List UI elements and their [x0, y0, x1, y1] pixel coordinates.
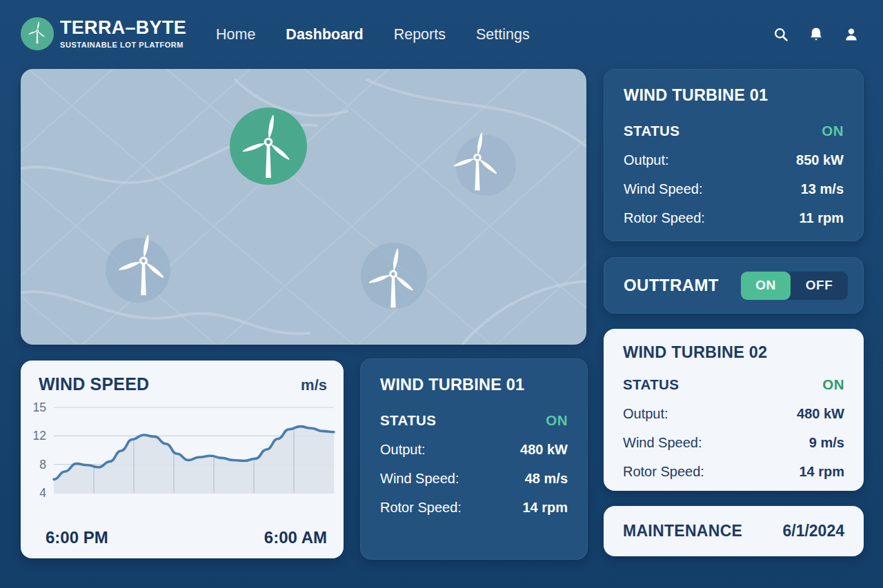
- wind-speed-title: WIND SPEED: [39, 374, 149, 394]
- app-header: TERRA–BYTE SUSTAINABLE LOT PLATFORM Home…: [0, 0, 883, 69]
- wind-speed-card: WIND SPEED m/s 151284 6:00 PM 6:00 AM: [21, 361, 344, 558]
- user-account-icon[interactable]: [843, 26, 860, 43]
- time-end-label: 6:00 AM: [264, 528, 327, 547]
- status-value: ON: [546, 412, 568, 429]
- power-toggle[interactable]: ON OFF: [741, 272, 848, 300]
- nav-item-dashboard[interactable]: Dashboard: [286, 26, 363, 43]
- svg-text:15: 15: [33, 401, 46, 414]
- map-canvas: [21, 69, 586, 345]
- turbine-marker[interactable]: [106, 234, 170, 303]
- maintenance-card: MAINTENANCE 6/1/2024: [604, 506, 864, 556]
- wind-speed-unit: m/s: [301, 376, 327, 394]
- main-nav: Home Dashboard Reports Settings: [216, 0, 530, 69]
- status-value: ON: [822, 376, 844, 393]
- toggle-on-button[interactable]: ON: [741, 272, 791, 300]
- card-title: WIND TURBINE 02: [623, 343, 844, 362]
- status-label: STATUS: [623, 376, 679, 393]
- brand-tagline: SUSTAINABLE LOT PLATFORM: [60, 41, 186, 49]
- turbine-map[interactable]: [21, 69, 586, 345]
- stat-row-wind-speed: Wind Speed: 9 m/s: [623, 435, 844, 451]
- nav-item-home[interactable]: Home: [216, 26, 255, 43]
- stat-row-wind-speed: Wind Speed: 13 m/s: [624, 181, 844, 197]
- status-value: ON: [822, 123, 844, 139]
- turbine-01-summary-card: WIND TURBINE 01 STATUS ON Output: 850 kW…: [604, 69, 864, 241]
- svg-text:8: 8: [39, 458, 46, 472]
- turbine-02-card: WIND TURBINE 02 STATUS ON Output: 480 kW…: [604, 329, 864, 491]
- turbine-logo-icon: [21, 17, 54, 50]
- turbine-marker-active[interactable]: [230, 108, 307, 185]
- search-icon[interactable]: [773, 26, 789, 43]
- svg-text:4: 4: [39, 486, 46, 500]
- card-title: WIND TURBINE 01: [380, 376, 568, 394]
- stat-row-output: Output: 480 kW: [380, 442, 568, 458]
- status-label: STATUS: [624, 123, 679, 139]
- maintenance-label: MAINTENANCE: [623, 522, 742, 540]
- stat-row-rotor-speed: Rotor Speed: 14 rpm: [623, 464, 844, 480]
- turbine-marker[interactable]: [361, 243, 427, 309]
- stat-row-rotor-speed: Rotor Speed: 11 rpm: [624, 210, 844, 226]
- brand-logo[interactable]: TERRA–BYTE SUSTAINABLE LOT PLATFORM: [21, 17, 186, 50]
- status-label: STATUS: [380, 412, 436, 429]
- nav-item-settings[interactable]: Settings: [476, 26, 530, 43]
- stat-row-rotor-speed: Rotor Speed: 14 rpm: [380, 500, 568, 516]
- stat-row-wind-speed: Wind Speed: 48 m/s: [380, 471, 568, 487]
- notifications-bell-icon[interactable]: [808, 26, 824, 43]
- outtramt-card: OUTTRAMT ON OFF: [604, 257, 864, 314]
- toggle-off-button[interactable]: OFF: [791, 272, 848, 300]
- time-start-label: 6:00 PM: [46, 528, 108, 547]
- outtramt-label: OUTTRAMT: [624, 276, 719, 295]
- stat-row-output: Output: 850 kW: [624, 152, 844, 168]
- svg-text:12: 12: [33, 429, 46, 443]
- turbine-marker[interactable]: [453, 132, 516, 196]
- nav-item-reports[interactable]: Reports: [394, 26, 446, 43]
- turbine-01-detail-card: WIND TURBINE 01 STATUS ON Output: 480 kW…: [360, 358, 588, 560]
- wind-speed-chart: 151284: [28, 399, 337, 504]
- card-title: WIND TURBINE 01: [624, 86, 844, 105]
- stat-row-output: Output: 480 kW: [623, 406, 844, 422]
- maintenance-date: 6/1/2024: [782, 522, 844, 540]
- brand-name: TERRA–BYTE: [60, 19, 186, 37]
